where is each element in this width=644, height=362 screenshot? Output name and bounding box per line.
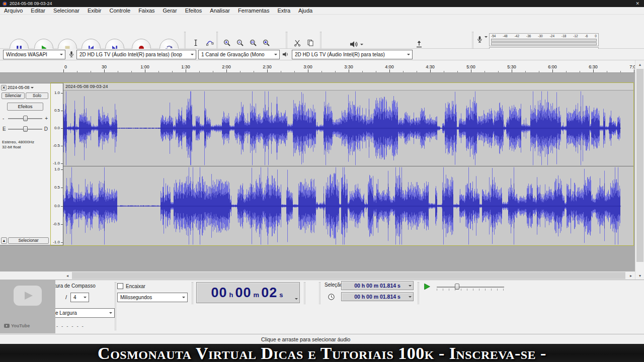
timeline-ruler[interactable]: 0301:001:302:002:303:003:304:004:305:005… [63, 60, 635, 73]
vertical-scale-ruler[interactable]: 1.00.50.0-0.5-1.01.00.50.0-0.5-1.0 [50, 83, 63, 245]
horizontal-scrollbar[interactable]: ◂ ▸ [63, 272, 635, 280]
gain-slider[interactable]: - + [2, 115, 49, 122]
ruler-label: 4:30 [426, 64, 435, 69]
time-digit-group[interactable]: 00 [211, 285, 227, 301]
scroll-up-icon[interactable]: ▴ [636, 60, 644, 68]
audacity-window: 2024-05-08 09-03-24 ✕ ArquivoEditarSelec… [0, 0, 644, 362]
track-name-dropdown[interactable]: 2024-05-08 [8, 85, 49, 90]
selection-end-field[interactable]: 00 h 00 m 01.814 s [341, 292, 414, 301]
pan-slider[interactable]: E D [2, 126, 49, 133]
recording-channels-select[interactable]: 1 Canal de Gravação (Mono [198, 50, 280, 59]
menu-arquivo[interactable]: Arquivo [0, 7, 27, 15]
clip-title-bar[interactable]: 2024-05-08 09-03-24 [63, 83, 633, 90]
menu-selecionar[interactable]: Selecionar [49, 7, 84, 15]
scrollbar-filler [0, 272, 63, 280]
menu-efeitos[interactable]: Efeitos [181, 7, 206, 15]
menu-editar[interactable]: Editar [27, 7, 49, 15]
ruler-label: 1:30 [181, 64, 190, 69]
copy-button[interactable] [304, 37, 317, 49]
microphone-icon [476, 35, 483, 44]
width-dropdown[interactable]: e Largura [52, 308, 115, 318]
youtube-subscribe-watermark[interactable]: YouTube [0, 280, 55, 333]
zoom-in-button[interactable] [220, 37, 233, 49]
selection-tool-button[interactable] [189, 37, 202, 49]
chevron-down-icon [409, 285, 412, 288]
chevron-down-icon [485, 36, 488, 39]
ibeam-icon [192, 39, 200, 47]
time-digit-group[interactable]: 02 [261, 285, 277, 301]
envelope-tool-button[interactable] [203, 37, 216, 49]
selection-label: Seleção [325, 282, 343, 288]
playback-speed-slider[interactable] [436, 283, 505, 291]
snap-checkbox[interactable] [117, 283, 123, 289]
gain-max-label: + [45, 116, 48, 122]
slider-thumb[interactable] [23, 116, 28, 121]
snap-mode-select[interactable]: Milissegundos [117, 293, 188, 302]
ruler-tick [104, 69, 105, 72]
meter-scale: -54-48-42-36-30-24-18-12-60 [491, 34, 597, 38]
recording-meter[interactable]: -54-48-42-36-30-24-18-12-60 [489, 33, 599, 46]
device-toolbar: Windows WASAPI 2D HD LG TV (Áudio Intel(… [0, 49, 644, 60]
menu-faixas[interactable]: Faixas [134, 7, 158, 15]
vertical-scrollbar[interactable]: ▴ ▾ [635, 60, 644, 280]
time-digit-group[interactable]: 00 [235, 285, 252, 301]
zoom-out-icon [236, 39, 244, 47]
waveform-area[interactable]: 2024-05-08 09-03-24 [63, 83, 633, 245]
mute-button[interactable]: Silenciar [2, 93, 25, 99]
scroll-down-icon[interactable]: ▾ [636, 272, 644, 280]
close-icon[interactable]: ✕ [633, 1, 641, 6]
ruler-label: 2:00 [222, 64, 231, 69]
ruler-tick [552, 69, 553, 72]
recording-device-select[interactable]: 2D HD LG TV (Áudio Intel(R) para telas) … [76, 50, 196, 59]
zoom-selection-icon [249, 39, 257, 47]
slider-thumb[interactable] [23, 126, 28, 132]
time-unit-label: h [229, 291, 233, 299]
play-at-speed-button[interactable] [422, 282, 433, 292]
solo-button[interactable]: Solo [26, 93, 48, 99]
ruler-tick [389, 69, 390, 72]
menu-gerar[interactable]: Gerar [159, 7, 181, 15]
menu-ajuda[interactable]: Ajuda [294, 7, 316, 15]
scroll-left-icon[interactable]: ◂ [63, 272, 71, 280]
zoom-out-button[interactable] [233, 37, 247, 49]
menu-ferramentas[interactable]: Ferramentas [234, 7, 273, 15]
zoom-fit-icon [262, 39, 270, 47]
zoom-selection-button[interactable] [247, 37, 260, 49]
menu-bar: ArquivoEditarSelecionarExibirControleFai… [0, 7, 644, 15]
youtube-play-icon [4, 324, 10, 328]
vertical-scale-label: -0.5 [53, 222, 60, 226]
waveform-channel-left[interactable] [63, 90, 633, 166]
menu-extra[interactable]: Extra [273, 7, 294, 15]
app-icon [3, 2, 7, 6]
youtube-logo-icon [14, 286, 42, 308]
ruler-label: 7:00 [629, 64, 635, 69]
zoom-toggle-button[interactable] [260, 37, 273, 49]
scroll-right-icon[interactable]: ▸ [627, 272, 635, 280]
copy-icon [306, 39, 314, 47]
collapse-track-button[interactable]: ▴ [1, 237, 7, 244]
track-select-button[interactable]: Selecionar [8, 237, 49, 244]
window-title: 2024-05-08 09-03-24 [10, 1, 52, 6]
selection-settings-icon[interactable] [328, 293, 335, 303]
effects-button[interactable]: Efeitos [7, 103, 43, 111]
vertical-scale-label: -1.0 [53, 240, 60, 244]
audio-host-select[interactable]: Windows WASAPI [3, 50, 65, 59]
playback-device-select[interactable]: 2D HD LG TV (Áudio Intel(R) para telas) [292, 50, 413, 59]
time-signature-separator: / [65, 294, 67, 300]
selection-start-field[interactable]: 00 h 00 m 01.814 s [341, 281, 414, 290]
menu-analisar[interactable]: Analisar [206, 7, 234, 15]
horizontal-scroll-thumb[interactable] [72, 272, 625, 279]
chevron-down-icon [360, 44, 363, 47]
waveform-channel-right[interactable] [63, 166, 633, 245]
time-signature-lower-select[interactable]: 4 [70, 293, 89, 302]
chevron-down-icon [409, 296, 412, 299]
menu-exibir[interactable]: Exibir [84, 7, 106, 15]
menu-controle[interactable]: Controle [106, 7, 135, 15]
audio-position-display[interactable]: 00h00m02s [196, 282, 300, 303]
slider-thumb[interactable] [455, 284, 459, 290]
record-meter-dropdown[interactable] [476, 35, 488, 44]
cut-button[interactable] [291, 37, 304, 49]
track-close-button[interactable]: ✕ [1, 85, 7, 90]
vertical-scale-label: 0.5 [54, 186, 60, 190]
vertical-scroll-thumb[interactable] [636, 69, 643, 262]
